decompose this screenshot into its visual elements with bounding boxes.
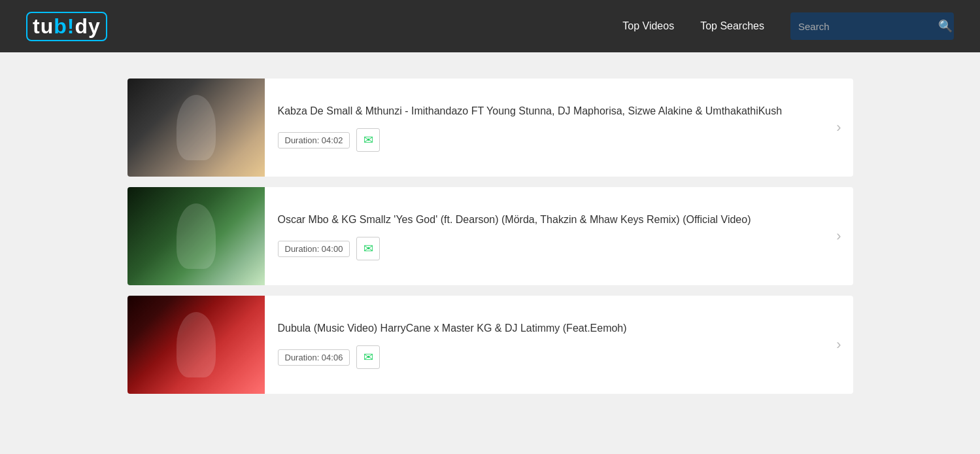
meta-row: Duration: 04:02 ✉	[278, 128, 840, 152]
card-content: Dubula (Music Video) HarryCane x Master …	[265, 310, 853, 379]
search-button[interactable]: 🔍	[930, 19, 954, 33]
meta-row: Duration: 04:00 ✉	[278, 237, 840, 260]
chevron-right-icon[interactable]: ›	[836, 228, 841, 245]
whatsapp-icon[interactable]: ✉	[356, 345, 380, 369]
video-title: Dubula (Music Video) HarryCane x Master …	[278, 321, 840, 336]
logo: tub!dy	[26, 12, 107, 41]
card-content: Kabza De Small & Mthunzi - Imithandazo F…	[265, 93, 853, 162]
duration-badge: Duration: 04:00	[278, 241, 350, 257]
video-title: Oscar Mbo & KG Smallz 'Yes God' (ft. Dea…	[278, 212, 840, 228]
search-input[interactable]	[790, 21, 930, 32]
thumb-figure	[177, 312, 216, 377]
main-content: Kabza De Small & Mthunzi - Imithandazo F…	[114, 79, 866, 394]
video-list: Kabza De Small & Mthunzi - Imithandazo F…	[127, 79, 853, 394]
video-card[interactable]: Kabza De Small & Mthunzi - Imithandazo F…	[127, 79, 853, 177]
nav-links: Top Videos Top Searches 🔍	[622, 12, 954, 40]
search-container: 🔍	[790, 12, 954, 40]
video-card[interactable]: Oscar Mbo & KG Smallz 'Yes God' (ft. Dea…	[127, 187, 853, 285]
whatsapp-glyph: ✉	[363, 350, 373, 364]
whatsapp-icon[interactable]: ✉	[356, 128, 380, 152]
logo-border: tub!dy	[26, 12, 107, 41]
chevron-right-icon[interactable]: ›	[836, 336, 841, 353]
whatsapp-glyph: ✉	[363, 133, 373, 147]
meta-row: Duration: 04:06 ✉	[278, 345, 840, 369]
whatsapp-icon[interactable]: ✉	[356, 237, 380, 260]
thumb-figure	[177, 203, 216, 269]
whatsapp-glyph: ✉	[363, 241, 373, 256]
thumbnail	[127, 296, 265, 394]
search-icon: 🔍	[938, 20, 953, 33]
duration-badge: Duration: 04:02	[278, 132, 350, 148]
header: tub!dy Top Videos Top Searches 🔍	[0, 0, 980, 52]
top-searches-link[interactable]: Top Searches	[700, 20, 764, 32]
thumbnail-wrap	[127, 296, 265, 394]
top-videos-link[interactable]: Top Videos	[622, 20, 674, 32]
thumbnail	[127, 187, 265, 285]
thumbnail-wrap	[127, 79, 265, 177]
logo-text: tub!dy	[33, 14, 101, 38]
video-title: Kabza De Small & Mthunzi - Imithandazo F…	[278, 103, 840, 119]
thumb-figure	[177, 95, 216, 160]
video-card[interactable]: Dubula (Music Video) HarryCane x Master …	[127, 296, 853, 394]
thumbnail	[127, 79, 265, 177]
thumbnail-wrap	[127, 187, 265, 285]
card-content: Oscar Mbo & KG Smallz 'Yes God' (ft. Dea…	[265, 201, 853, 271]
chevron-right-icon[interactable]: ›	[836, 119, 841, 136]
duration-badge: Duration: 04:06	[278, 349, 350, 366]
